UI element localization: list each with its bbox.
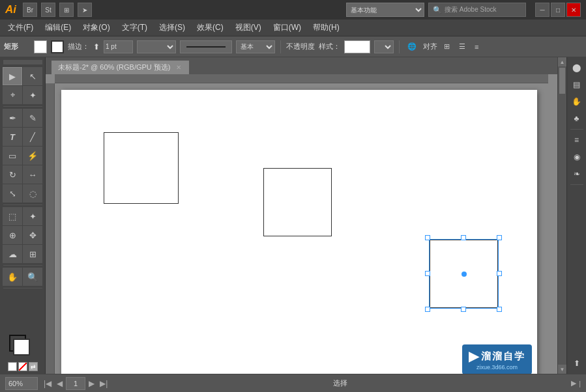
menu-select[interactable]: 选择(S) xyxy=(154,20,190,35)
panel-btn-7[interactable]: ❧ xyxy=(569,166,585,182)
rect-tool[interactable]: ▭ xyxy=(3,147,22,165)
hand-tool[interactable]: ✋ xyxy=(3,268,22,286)
panel-btn-4[interactable]: ♣ xyxy=(569,111,585,126)
stroke-width-input[interactable] xyxy=(104,40,133,53)
zoom-tool[interactable]: 🔍 xyxy=(23,268,42,286)
eyedrop-tool[interactable]: ✥ xyxy=(23,226,42,244)
opacity-label: 不透明度 xyxy=(286,42,315,51)
symbol-tool[interactable]: ✦ xyxy=(23,207,42,225)
text-tool[interactable]: T xyxy=(3,128,22,146)
menu-view[interactable]: 视图(V) xyxy=(230,20,267,35)
default-colors[interactable] xyxy=(8,362,17,371)
blend-tool[interactable]: ⊕ xyxy=(3,226,22,244)
selection-handle-tl[interactable] xyxy=(425,235,430,240)
shape-rect-1[interactable] xyxy=(104,132,179,204)
pencil-tool[interactable]: ✎ xyxy=(23,109,42,127)
scroll-thumb[interactable] xyxy=(559,68,565,94)
fill-swatch-option[interactable] xyxy=(34,40,47,53)
menu-text[interactable]: 文字(T) xyxy=(117,20,153,35)
pen-tool[interactable]: ✒ xyxy=(3,109,22,127)
nav-first[interactable]: |◀ xyxy=(42,379,53,388)
selection-handle-br[interactable] xyxy=(497,307,502,312)
scroll-down-arrow[interactable]: ▼ xyxy=(558,365,566,374)
swap-colors[interactable]: ⇄ xyxy=(29,362,38,371)
menu-window[interactable]: 窗口(W) xyxy=(268,20,306,35)
page-input[interactable] xyxy=(66,377,85,390)
nav-prev[interactable]: ◀ xyxy=(55,379,65,388)
style-select[interactable] xyxy=(374,40,394,53)
tool-name-label: 矩形 xyxy=(4,42,30,51)
scale-tool[interactable]: ⤡ xyxy=(3,184,22,203)
search-box[interactable]: 🔍 搜索 Adobe Stock xyxy=(428,3,526,17)
stroke-icon: ⬆ xyxy=(93,42,100,51)
panel-btn-5[interactable]: ≡ xyxy=(569,132,585,148)
stroke-swatch-option[interactable] xyxy=(51,40,64,53)
menu-effect[interactable]: 效果(C) xyxy=(192,20,229,35)
browser-icon[interactable]: Br xyxy=(23,3,37,17)
artboard[interactable]: ▶ 溜溜自学 zixue.3d66.com xyxy=(61,90,537,374)
minimize-button[interactable]: ─ xyxy=(535,3,549,17)
reflect-tool[interactable]: ↔ xyxy=(23,165,42,184)
ruler-h xyxy=(3,60,42,65)
selection-handle-mr[interactable] xyxy=(497,271,502,276)
zoom-input[interactable] xyxy=(5,377,38,390)
status-end[interactable]: | xyxy=(579,380,581,387)
layout-icon[interactable]: ⊞ xyxy=(59,3,74,17)
rotate-tool[interactable]: ↻ xyxy=(3,165,22,184)
fill-color-front[interactable] xyxy=(13,339,30,356)
select-tool[interactable]: ▶ xyxy=(3,67,22,85)
status-arrow[interactable]: ▶ xyxy=(571,379,576,387)
selection-handle-ml[interactable] xyxy=(425,271,430,276)
title-bar: Ai Br St ⊞ ➤ 基本功能 🔍 搜索 Adobe Stock ─ □ ✕ xyxy=(0,0,586,20)
menu-edit[interactable]: 编辑(E) xyxy=(40,20,76,35)
menu-bar: 文件(F) 编辑(E) 对象(O) 文字(T) 选择(S) 效果(C) 视图(V… xyxy=(0,20,586,36)
color-swatches[interactable] xyxy=(9,335,37,359)
grid-icon[interactable]: ⊞ xyxy=(441,41,452,52)
stock-icon[interactable]: St xyxy=(41,3,55,17)
panel-sep-2 xyxy=(570,184,583,185)
none-color[interactable] xyxy=(18,362,27,371)
panel-btn-1[interactable]: ⬤ xyxy=(569,60,585,76)
style-swatch[interactable] xyxy=(344,40,370,53)
panel-btn-6[interactable]: ◉ xyxy=(569,149,585,165)
warp-tool[interactable]: ◌ xyxy=(23,184,42,203)
selection-handle-bl[interactable] xyxy=(425,307,430,312)
tab-close-icon[interactable]: ✕ xyxy=(175,64,183,72)
line-tool[interactable]: ╱ xyxy=(23,128,42,146)
scroll-track[interactable] xyxy=(558,66,566,365)
align-label: 对齐 xyxy=(423,42,437,51)
maximize-button[interactable]: □ xyxy=(551,3,565,17)
stroke-style-select[interactable] xyxy=(137,40,176,53)
menu-object[interactable]: 对象(O) xyxy=(78,20,115,35)
shape-rect-2[interactable] xyxy=(263,168,332,236)
globe-icon[interactable]: 🌐 xyxy=(405,41,419,52)
workspace-selector[interactable]: 基本功能 xyxy=(346,3,424,17)
menu-file[interactable]: 文件(F) xyxy=(3,20,38,35)
stroke-preset-select[interactable]: 基本 xyxy=(236,40,275,53)
more-icon[interactable]: ≡ xyxy=(472,42,481,52)
selection-handle-tr[interactable] xyxy=(497,235,502,240)
panel-btn-3[interactable]: ✋ xyxy=(569,94,585,109)
canvas-scroll[interactable]: ▶ 溜溜自学 zixue.3d66.com xyxy=(46,74,557,374)
graph-tool[interactable]: ⬚ xyxy=(3,207,22,225)
selection-handle-bm[interactable] xyxy=(461,307,466,312)
nav-last[interactable]: ▶| xyxy=(98,379,110,388)
magic-wand-tool[interactable]: ✦ xyxy=(23,86,42,104)
align-icon[interactable]: ☰ xyxy=(456,41,468,52)
selection-handle-tm[interactable] xyxy=(461,235,466,240)
lasso-tool[interactable]: ⌖ xyxy=(3,86,22,104)
send-icon[interactable]: ➤ xyxy=(78,3,92,17)
direct-select-tool[interactable]: ↖ xyxy=(23,67,42,85)
paint-tool[interactable]: ⚡ xyxy=(23,147,42,165)
chart-tool[interactable]: ⊞ xyxy=(23,245,42,263)
document-tab[interactable]: 未标题-2* @ 60% (RGB/GPU 预选) ✕ xyxy=(51,60,190,74)
panel-btn-2[interactable]: ▤ xyxy=(569,77,585,92)
panel-btn-8[interactable]: ⬆ xyxy=(569,356,585,371)
close-button[interactable]: ✕ xyxy=(566,3,581,17)
nav-next[interactable]: ▶ xyxy=(87,379,96,388)
measure-tool[interactable]: ☁ xyxy=(3,245,22,263)
scroll-up-arrow[interactable]: ▲ xyxy=(558,57,566,66)
panel-sep-1 xyxy=(570,129,583,130)
scrollbar-right[interactable]: ▲ ▼ xyxy=(557,57,566,374)
menu-help[interactable]: 帮助(H) xyxy=(308,20,345,35)
